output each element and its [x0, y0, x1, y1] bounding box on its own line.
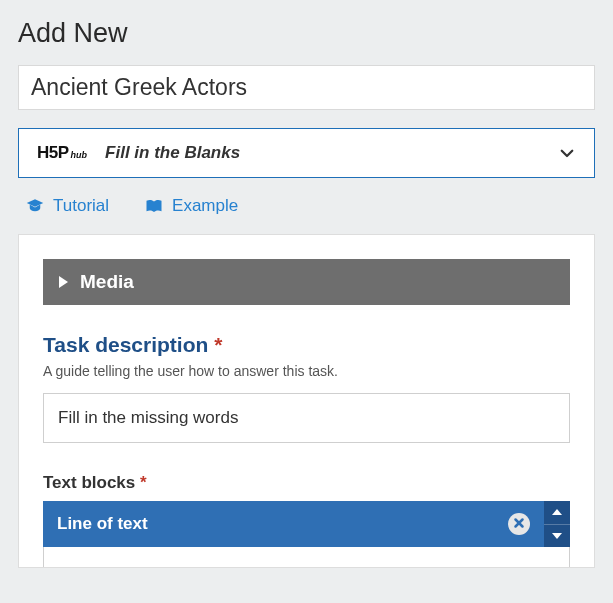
block-reorder-controls — [544, 501, 570, 547]
move-block-up-button[interactable] — [544, 501, 570, 525]
chevron-down-icon — [552, 533, 562, 539]
media-panel-title: Media — [80, 271, 134, 293]
task-description-label-text: Task description — [43, 333, 208, 356]
tutorial-link[interactable]: Tutorial — [26, 196, 109, 216]
task-description-input[interactable] — [43, 393, 570, 443]
remove-block-button[interactable] — [508, 513, 530, 535]
example-label: Example — [172, 196, 238, 216]
open-book-icon — [145, 197, 163, 215]
media-panel-header[interactable]: Media — [43, 259, 570, 305]
text-block-body — [43, 547, 570, 567]
content-type-label: Fill in the Blanks — [105, 143, 558, 163]
caret-right-icon — [59, 276, 68, 288]
task-description-help: A guide telling the user how to answer t… — [43, 363, 570, 379]
h5p-logo-main: H5P — [37, 143, 69, 163]
chevron-down-icon — [558, 144, 576, 162]
page-title: Add New — [18, 18, 595, 49]
graduation-cap-icon — [26, 197, 44, 215]
content-type-selector[interactable]: H5P hub Fill in the Blanks — [18, 128, 595, 178]
required-marker: * — [140, 473, 147, 492]
required-marker: * — [214, 333, 222, 356]
close-icon — [513, 514, 525, 534]
text-blocks-label: Text blocks * — [43, 473, 570, 493]
h5p-logo: H5P hub — [37, 143, 87, 163]
help-links-row: Tutorial Example — [18, 178, 595, 234]
example-link[interactable]: Example — [145, 196, 238, 216]
title-input[interactable] — [18, 65, 595, 110]
chevron-up-icon — [552, 509, 562, 515]
h5p-logo-sub: hub — [71, 150, 88, 160]
text-block-item: Line of text — [43, 501, 570, 547]
move-block-down-button[interactable] — [544, 525, 570, 548]
text-block-title: Line of text — [57, 514, 148, 534]
editor-panel: Media Task description * A guide telling… — [18, 234, 595, 568]
text-block-header[interactable]: Line of text — [43, 501, 544, 547]
text-blocks-label-text: Text blocks — [43, 473, 135, 492]
tutorial-label: Tutorial — [53, 196, 109, 216]
task-description-label: Task description * — [43, 333, 570, 357]
